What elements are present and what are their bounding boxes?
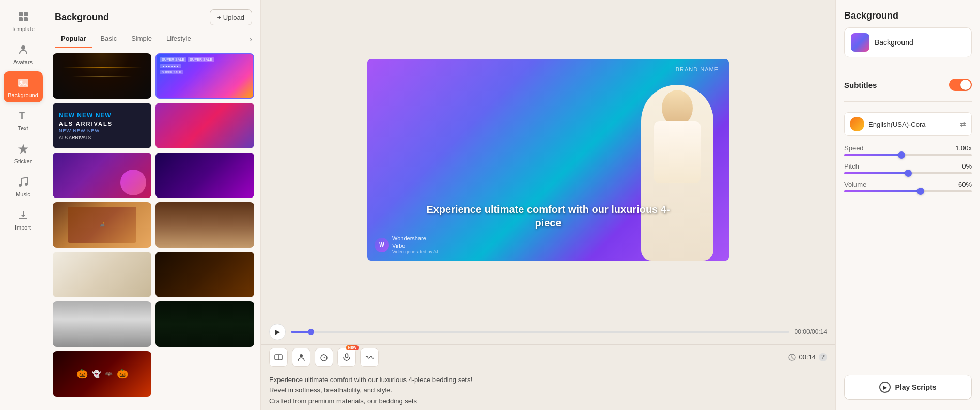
right-panel: Background Background Subtitles English(… [835, 0, 980, 410]
timeline-bar: ▶ 00:00/00:14 [261, 320, 835, 344]
voice-switch-icon[interactable]: ⇄ [960, 120, 966, 128]
sidebar: Template Avatars Background T Text [0, 0, 46, 410]
svg-point-12 [300, 354, 303, 357]
speed-control: Speed 1.00x [844, 144, 972, 156]
speed-slider-fill [844, 154, 901, 156]
bg-item-halloween[interactable]: 🎃 👻 🦇 🎃 [53, 351, 151, 397]
speed-header: Speed 1.00x [844, 144, 972, 152]
sidebar-item-text-label: Text [18, 125, 28, 131]
watermark-logo: W [375, 238, 389, 252]
bg-item-living-room[interactable]: 🛋️ [53, 202, 151, 248]
sticker-icon [16, 142, 30, 156]
watermark-brand: Wondershare [392, 235, 438, 242]
sidebar-item-import-label: Import [15, 224, 31, 231]
tab-simple[interactable]: Simple [125, 31, 158, 48]
svg-rect-1 [24, 12, 28, 16]
sidebar-item-text[interactable]: T Text [4, 104, 43, 135]
tab-basic[interactable]: Basic [94, 31, 123, 48]
progress-track[interactable] [291, 331, 789, 333]
bg-item-neon-text[interactable]: NEW NEW NEW ALS ARRIVALS NEW NEW NEW ALS… [53, 103, 151, 148]
tab-lifestyle[interactable]: Lifestyle [160, 31, 197, 48]
video-container: BRAND NAME BEDDINGSETS Experience ultima… [261, 0, 835, 320]
sidebar-item-template[interactable]: Template [4, 5, 43, 36]
bg-item-kitchen[interactable] [53, 252, 151, 297]
duration-value: 00:14 [799, 353, 816, 361]
svg-point-8 [19, 184, 22, 187]
video-avatar-side [626, 59, 729, 261]
sidebar-item-avatars[interactable]: Avatars [4, 38, 43, 69]
script-line-1: Experience ultimate comfort with our lux… [269, 375, 827, 386]
tab-popular[interactable]: Popular [55, 31, 92, 48]
video-frame: BRAND NAME BEDDINGSETS Experience ultima… [367, 59, 729, 261]
pitch-slider-thumb [905, 170, 912, 177]
bg-item-dark-forest[interactable] [155, 301, 254, 347]
panel-title: Background [55, 12, 109, 23]
svg-rect-16 [346, 354, 348, 358]
tool-wave-button[interactable] [360, 348, 379, 367]
svg-point-4 [21, 45, 25, 50]
sidebar-item-import[interactable]: Import [4, 204, 43, 235]
tool-mic-button[interactable]: NEW [337, 348, 356, 367]
toggle-knob [960, 80, 971, 90]
time-total: 00:14 [812, 328, 827, 336]
script-line-2: Revel in softness, breathability, and st… [269, 385, 827, 396]
sidebar-item-sticker[interactable]: Sticker [4, 138, 43, 169]
tool-avatar-button[interactable] [292, 348, 310, 367]
pitch-slider-track[interactable] [844, 172, 972, 174]
right-panel-header: Background Background [844, 10, 972, 57]
bg-item-purple-circles[interactable] [155, 153, 254, 198]
watermark-product: Virbo [392, 242, 438, 249]
script-line-3: Crafted from premium materials, our bedd… [269, 396, 827, 407]
play-scripts-label: Play Scripts [895, 383, 936, 391]
play-button[interactable]: ▶ [269, 324, 286, 340]
pitch-header: Pitch 0% [844, 162, 972, 170]
import-icon [16, 208, 30, 222]
bg-item-blue-purple-selected[interactable]: SUPER SALE SUPER SALE ● ● ● ● ● ● SUPER … [155, 53, 254, 99]
volume-control: Volume 60% [844, 180, 972, 192]
play-scripts-button[interactable]: ▶ Play Scripts [844, 375, 972, 400]
bg-item-fog[interactable] [53, 301, 151, 347]
time-current: 00:00 [795, 328, 810, 336]
background-icon [16, 75, 30, 90]
right-panel-title: Background [844, 10, 972, 21]
script-area: Experience ultimate comfort with our lux… [261, 370, 835, 410]
speed-value: 1.00x [955, 144, 972, 152]
svg-rect-0 [19, 12, 23, 16]
progress-thumb [308, 329, 314, 335]
tabs-more-icon[interactable]: › [250, 35, 252, 44]
tool-split-button[interactable] [269, 348, 288, 367]
sidebar-item-background-label: Background [8, 92, 38, 98]
bg-item-purple-wave[interactable] [155, 103, 254, 148]
volume-slider-track[interactable] [844, 190, 972, 192]
pitch-label: Pitch [844, 162, 859, 170]
control-row: Speed 1.00x Pitch 0% Volume 60% [844, 144, 972, 192]
bg-item-food-table[interactable] [155, 202, 254, 248]
duration-help-icon: ? [819, 353, 827, 361]
background-grid: SUPER SALE SUPER SALE ● ● ● ● ● ● SUPER … [53, 53, 254, 397]
avatars-icon [16, 42, 30, 57]
sidebar-item-music[interactable]: Music [4, 171, 43, 202]
tool-timer-button[interactable] [315, 348, 333, 367]
svg-point-6 [20, 81, 22, 83]
bg-preview-label: Background [875, 38, 913, 47]
speed-slider-track[interactable] [844, 154, 972, 156]
watermark-text: Wondershare Virbo Video generated by AI [392, 235, 438, 255]
voice-name: English(USA)-Cora [868, 120, 956, 128]
svg-text:T: T [19, 111, 25, 121]
main-content: BRAND NAME BEDDINGSETS Experience ultima… [261, 0, 835, 410]
divider-2 [844, 101, 972, 102]
divider-1 [844, 68, 972, 68]
voice-row: English(USA)-Cora ⇄ [844, 112, 972, 136]
speed-slider-thumb [898, 151, 905, 159]
volume-slider-fill [844, 190, 921, 192]
new-badge: NEW [346, 345, 359, 350]
upload-button[interactable]: + Upload [210, 9, 252, 25]
svg-point-9 [25, 183, 28, 186]
bg-item-candles[interactable] [155, 252, 254, 297]
sidebar-item-avatars-label: Avatars [13, 59, 33, 65]
sidebar-item-sticker-label: Sticker [14, 158, 32, 164]
bg-item-dark[interactable] [53, 53, 151, 99]
bg-item-purple-blob[interactable] [53, 153, 151, 198]
sidebar-item-background[interactable]: Background [4, 71, 43, 102]
subtitles-toggle[interactable] [949, 79, 972, 91]
